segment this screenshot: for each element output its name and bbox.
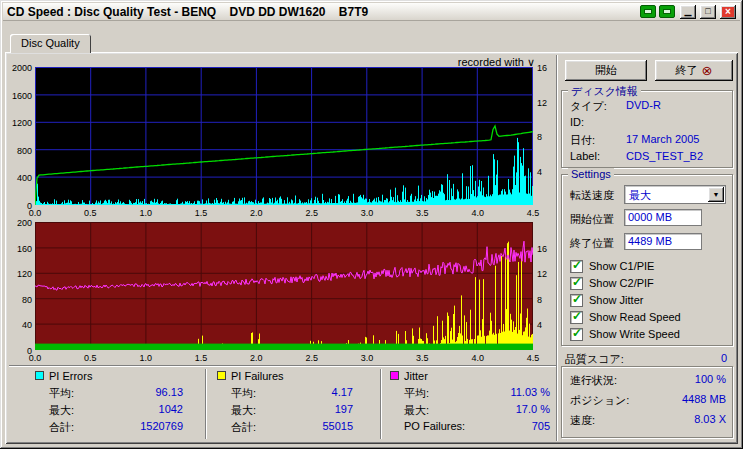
disc-icon-1[interactable]: [640, 5, 656, 18]
check-icon: ✓: [572, 275, 582, 289]
speed-row: 速度: 8.03 X: [562, 413, 732, 427]
checkbox-label: Show C1/PIE: [589, 260, 654, 272]
panel-divider: [556, 55, 558, 441]
checkbox-label: Show Write Speed: [589, 328, 680, 340]
axis-label: 1200: [10, 118, 32, 128]
close-button[interactable]: ×: [720, 5, 736, 19]
app-window: CD Speed : Disc Quality Test - BENQ DVD …: [0, 0, 743, 449]
disc-date-label: 日付:: [570, 133, 595, 148]
axis-label: 3.0: [357, 208, 377, 218]
tab-disc-quality[interactable]: Disc Quality: [10, 34, 91, 53]
checkbox-show-c2-pif[interactable]: ✓ Show C2/PIF: [570, 276, 654, 290]
disc-icon-2[interactable]: [659, 5, 675, 18]
checkbox-box[interactable]: ✓: [570, 260, 583, 273]
end-position-field[interactable]: 4489 MB: [624, 233, 702, 250]
axis-label: 12: [537, 269, 555, 279]
axis-label: 4.5: [523, 208, 543, 218]
axis-label: 400: [10, 173, 32, 183]
axis-label: 0.5: [80, 353, 100, 363]
check-icon: ✓: [572, 309, 582, 323]
start-position-label: 開始位置: [570, 212, 614, 227]
progress-row: 進行状況: 100 %: [562, 373, 732, 387]
titlebar[interactable]: CD Speed : Disc Quality Test - BENQ DVD …: [3, 3, 740, 21]
axis-label: 1.0: [136, 208, 156, 218]
minimize-button[interactable]: ▁: [680, 5, 696, 19]
pi-errors-title: PI Errors: [49, 370, 92, 382]
checkbox-box[interactable]: ✓: [570, 277, 583, 290]
axis-label: 3.5: [412, 208, 432, 218]
disc-info-title: ディスク情報: [568, 84, 641, 99]
stats-divider-1: [205, 369, 207, 439]
checkbox-show-read-speed[interactable]: ✓ Show Read Speed: [570, 310, 681, 324]
checkbox-box[interactable]: ✓: [570, 328, 583, 341]
jitter-stats: Jitter 平均:11.03 % 最大:17.0 % PO Failures:…: [390, 369, 550, 439]
checkbox-show-c1-pie[interactable]: ✓ Show C1/PIE: [570, 259, 654, 273]
transfer-rate-select[interactable]: 最大 ▼: [624, 185, 726, 204]
main-panel: recorded with ∨ 200016001200800400016128…: [5, 52, 738, 444]
stat-value: 17.0 %: [516, 403, 550, 415]
speed-pi-errors-chart: 20001600120080040001612840.00.51.01.52.0…: [10, 67, 570, 223]
checkbox-show-jitter[interactable]: ✓ Show Jitter: [570, 293, 643, 307]
dropdown-arrow-icon[interactable]: ▼: [708, 187, 724, 202]
stat-label: 最大:: [404, 403, 429, 418]
stat-value: 1042: [159, 403, 183, 415]
axis-label: 1.5: [191, 353, 211, 363]
stat-label: 最大:: [49, 403, 74, 418]
checkbox-label: Show Read Speed: [589, 311, 681, 323]
quality-score-label: 品質スコア:: [565, 352, 624, 367]
transfer-rate-value: 最大: [629, 188, 651, 203]
axis-label: 200: [10, 218, 32, 228]
stat-label: 平均:: [231, 386, 256, 401]
settings-title: Settings: [568, 168, 614, 180]
maximize-button[interactable]: □: [700, 5, 716, 19]
stat-label: 平均:: [404, 386, 429, 401]
axis-label: 2.5: [302, 208, 322, 218]
pi-errors-swatch: [35, 371, 44, 380]
axis-label: 2000: [10, 63, 32, 73]
transfer-rate-label: 転送速度: [570, 188, 614, 203]
checkbox-box[interactable]: ✓: [570, 311, 583, 324]
axis-label: 8: [537, 295, 555, 305]
speed-label: 速度:: [570, 413, 595, 428]
stat-value: 705: [532, 420, 550, 432]
disc-info-group: ディスク情報 タイプ:DVD-R ID: 日付:17 March 2005 La…: [561, 90, 733, 168]
axis-label: 120: [10, 269, 32, 279]
stat-value: 96.13: [155, 386, 183, 398]
jitter-swatch: [390, 371, 399, 380]
progress-label: 進行状況:: [570, 373, 617, 388]
axis-label: 3.0: [357, 353, 377, 363]
start-button[interactable]: 開始: [565, 60, 647, 81]
pi-errors-stats: PI Errors 平均:96.13 最大:1042 合計:1520769: [35, 369, 183, 439]
end-position-label: 終了位置: [570, 236, 614, 251]
stat-label: 最大:: [231, 403, 256, 418]
stat-label: PO Failures:: [404, 420, 465, 432]
start-position-field[interactable]: 0000 MB: [624, 209, 702, 226]
pi-failures-title: PI Failures: [231, 370, 284, 382]
check-icon: ✓: [572, 326, 582, 340]
axis-label: 16: [537, 63, 555, 73]
position-row: ポジション: 4488 MB: [562, 393, 732, 407]
jitter-title: Jitter: [404, 370, 428, 382]
stat-value: 11.03 %: [510, 386, 550, 398]
checkbox-box[interactable]: ✓: [570, 294, 583, 307]
axis-label: 3.5: [412, 353, 432, 363]
axis-label: 2.5: [302, 353, 322, 363]
axis-label: 0.0: [25, 208, 45, 218]
pi-failures-stats: PI Failures 平均:4.17 最大:197 合計:55015: [217, 369, 353, 439]
stats-separator: [9, 365, 556, 367]
disc-label-label: Label:: [570, 150, 600, 162]
axis-label: 4: [537, 320, 555, 330]
stat-value: 1520769: [140, 420, 183, 432]
checkbox-show-write-speed[interactable]: ✓ Show Write Speed: [570, 327, 680, 341]
exit-button[interactable]: 終了 ⊗: [655, 60, 733, 81]
axis-label: 4.0: [468, 353, 488, 363]
checkbox-label: Show C2/PIF: [589, 277, 654, 289]
axis-label: 800: [10, 146, 32, 156]
axis-label: 2.0: [246, 208, 266, 218]
disc-id-label: ID:: [570, 116, 584, 128]
axis-label: 1600: [10, 91, 32, 101]
stat-label: 合計:: [231, 420, 256, 435]
stat-value: 4.17: [332, 386, 353, 398]
axis-label: 2.0: [246, 353, 266, 363]
titlebar-buttons: ▁ □ ×: [640, 5, 736, 19]
